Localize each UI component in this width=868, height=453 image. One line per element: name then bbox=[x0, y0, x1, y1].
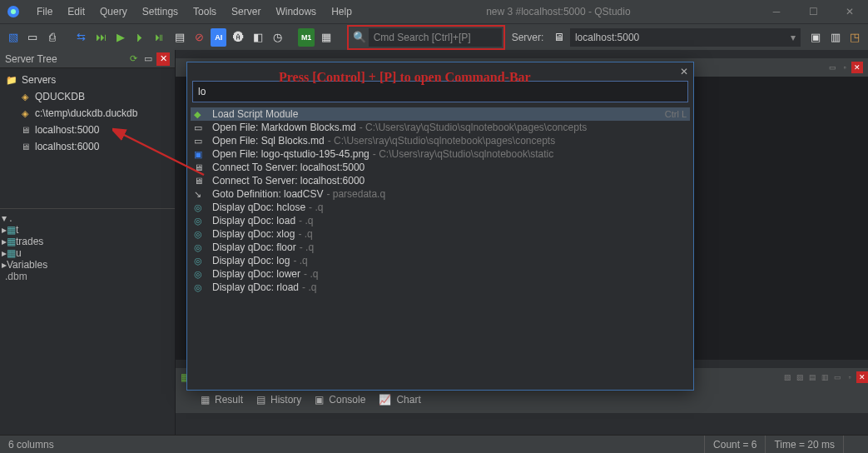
palette-item[interactable]: ↘Goto Definition: loadCSV- parsedata.q bbox=[191, 187, 690, 201]
file-icon: ▭ bbox=[194, 136, 207, 147]
menu-query[interactable]: Query bbox=[93, 2, 134, 21]
run-step-icon[interactable]: ⏭ bbox=[92, 28, 109, 47]
palette-item[interactable]: ▭Open File: Markdown Blocks.md- C:\Users… bbox=[191, 121, 690, 134]
history-icon: ▤ bbox=[256, 394, 265, 406]
toolbar-tail-c-icon[interactable]: ◳ bbox=[846, 28, 863, 47]
caret-down-icon: ▾ bbox=[2, 212, 7, 224]
menu-tools[interactable]: Tools bbox=[186, 2, 223, 21]
result-i2-icon[interactable]: ▨ bbox=[794, 371, 806, 383]
ns-root[interactable]: ▾ . bbox=[2, 212, 173, 224]
run-all-icon[interactable]: ⏵ bbox=[132, 28, 149, 47]
result-i4-icon[interactable]: ▥ bbox=[819, 371, 831, 383]
server-tree-title: Server Tree bbox=[5, 53, 57, 65]
minimize-button[interactable]: ─ bbox=[758, 0, 795, 23]
palette-close-icon[interactable]: ✕ bbox=[680, 66, 688, 77]
palette-item[interactable]: ◎Display qDoc: rload- .q bbox=[191, 281, 690, 294]
cmd-search-highlight: 🔍 Cmd Search [Ctrl]+[P] bbox=[347, 25, 505, 50]
menu-file[interactable]: File bbox=[30, 2, 59, 21]
doc-icon: ◎ bbox=[194, 216, 207, 226]
palette-item[interactable]: ▣Open File: logo-qstudio-195-45.png- C:\… bbox=[191, 147, 690, 161]
result-tab-result[interactable]: ▦Result bbox=[201, 394, 243, 406]
ns-item[interactable]: ▸▦trades bbox=[2, 236, 173, 247]
result-close-icon[interactable]: ✕ bbox=[856, 371, 868, 383]
palette-item[interactable]: ▭Open File: Sql Blocks.md- C:\Users\ray\… bbox=[191, 134, 690, 147]
palette-item[interactable]: ◆Load Script ModuleCtrl L bbox=[191, 107, 690, 121]
result-tab-chart[interactable]: 📈Chart bbox=[379, 394, 420, 406]
server-tree-header: Server Tree ⟳ ▭ ✕ bbox=[0, 50, 175, 68]
menu-edit[interactable]: Edit bbox=[61, 2, 92, 21]
doc-icon: ◎ bbox=[194, 202, 207, 213]
tool-b-icon[interactable]: ◧ bbox=[250, 28, 266, 47]
result-i3-icon[interactable]: ▤ bbox=[806, 371, 818, 383]
palette-item[interactable]: ◎Display qDoc: lower- .q bbox=[191, 267, 690, 281]
palette-item[interactable]: ◎Display qDoc: xlog- .q bbox=[191, 227, 690, 241]
connect-icon[interactable]: ⇆ bbox=[73, 28, 90, 47]
stop-icon[interactable]: ⊘ bbox=[191, 28, 207, 47]
new-file-icon[interactable]: ▧ bbox=[5, 28, 22, 47]
refresh-icon[interactable]: ⟳ bbox=[126, 52, 140, 66]
run-icon[interactable]: ▶ bbox=[112, 28, 129, 47]
ns-item[interactable]: ▸Variables bbox=[2, 259, 173, 271]
menu-settings[interactable]: Settings bbox=[136, 2, 185, 21]
database-icon: ◈ bbox=[18, 108, 32, 119]
folder-icon: 📁 bbox=[5, 75, 18, 86]
server-tree: 📁 Servers ◈QDUCKDB◈c:\temp\duckdb.duckdb… bbox=[0, 68, 175, 158]
panel-float-icon[interactable]: ▭ bbox=[141, 52, 155, 66]
palette-item[interactable]: ◎Display qDoc: hclose- .q bbox=[191, 201, 690, 214]
goto-icon: ↘ bbox=[194, 189, 207, 200]
server-icon: 🖥 bbox=[18, 142, 32, 152]
server-tree-item[interactable]: ◈QDUCKDB bbox=[2, 88, 173, 105]
clipboard-icon[interactable]: ▤ bbox=[171, 28, 188, 47]
chart-icon: 📈 bbox=[379, 394, 391, 406]
ns-item[interactable]: ▸▦t bbox=[2, 224, 173, 236]
result-tab-console[interactable]: ▣Console bbox=[315, 394, 365, 406]
m1-icon[interactable]: M1 bbox=[298, 28, 315, 47]
result-float-icon[interactable]: ▫ bbox=[844, 371, 856, 383]
panel-close-icon[interactable]: ✕ bbox=[156, 52, 170, 66]
result-tab-history[interactable]: ▤History bbox=[256, 394, 301, 406]
tool-clock-icon[interactable]: ◷ bbox=[270, 28, 286, 47]
server-tree-item[interactable]: 🖥localhost:5000 bbox=[2, 122, 173, 138]
mod-icon: ◆ bbox=[194, 109, 207, 120]
toolbar-tail-a-icon[interactable]: ▣ bbox=[807, 28, 824, 47]
palette-item[interactable]: ◎Display qDoc: load- .q bbox=[191, 214, 690, 227]
palette-item[interactable]: 🖥Connect To Server: localhost:5000 bbox=[191, 161, 690, 174]
run-last-icon[interactable]: ⏯ bbox=[151, 28, 168, 47]
close-button[interactable]: ✕ bbox=[831, 0, 868, 23]
ai-icon[interactable]: AI bbox=[211, 28, 227, 47]
doc-icon: ◎ bbox=[194, 256, 207, 266]
cmd-search-input[interactable]: Cmd Search [Ctrl]+[P] bbox=[369, 28, 502, 47]
maximize-button[interactable]: ☐ bbox=[795, 0, 831, 23]
editor-max-icon[interactable]: ▭ bbox=[826, 62, 838, 73]
palette-item[interactable]: ◎Display qDoc: floor- .q bbox=[191, 241, 690, 254]
app-logo-icon bbox=[5, 3, 22, 20]
tool-c-icon[interactable]: ▦ bbox=[318, 28, 335, 47]
server-tree-item[interactable]: ◈c:\temp\duckdb.duckdb bbox=[2, 105, 173, 122]
palette-item[interactable]: 🖥Connect To Server: localhost:6000 bbox=[191, 174, 690, 187]
toolbar-tail-b-icon[interactable]: ▥ bbox=[827, 28, 844, 47]
menu-help[interactable]: Help bbox=[325, 2, 359, 21]
ns-item[interactable]: ▸▦u bbox=[2, 247, 173, 259]
menu-server[interactable]: Server bbox=[225, 2, 267, 21]
editor-close-icon[interactable]: ✕ bbox=[851, 62, 863, 73]
editor-float-icon[interactable]: ▫ bbox=[839, 62, 851, 73]
server-select[interactable]: localhost:5000 bbox=[570, 28, 801, 47]
result-max-icon[interactable]: ▭ bbox=[831, 371, 843, 383]
tree-root[interactable]: 📁 Servers bbox=[2, 72, 173, 88]
save-icon[interactable]: ⎙ bbox=[44, 28, 61, 47]
palette-item[interactable]: ◎Display qDoc: log- .q bbox=[191, 254, 690, 267]
server-icon: 🖥 bbox=[550, 28, 567, 47]
palette-input[interactable]: lo bbox=[192, 81, 688, 102]
result-i1-icon[interactable]: ▧ bbox=[781, 371, 793, 383]
titlebar: FileEditQuerySettingsToolsServerWindowsH… bbox=[0, 0, 868, 23]
tool-a-icon[interactable]: 🅐 bbox=[230, 28, 246, 47]
palette-list: ◆Load Script ModuleCtrl L▭Open File: Mar… bbox=[187, 107, 693, 390]
menu-windows[interactable]: Windows bbox=[269, 2, 323, 21]
status-tail bbox=[843, 436, 868, 453]
command-palette: ✕ lo ◆Load Script ModuleCtrl L▭Open File… bbox=[186, 62, 694, 391]
server-icon: 🖥 bbox=[18, 125, 32, 135]
open-file-icon[interactable]: ▭ bbox=[25, 28, 42, 47]
server-tree-item[interactable]: 🖥localhost:6000 bbox=[2, 138, 173, 155]
server-label: Server: bbox=[512, 32, 544, 43]
search-icon[interactable]: 🔍 bbox=[350, 28, 369, 47]
